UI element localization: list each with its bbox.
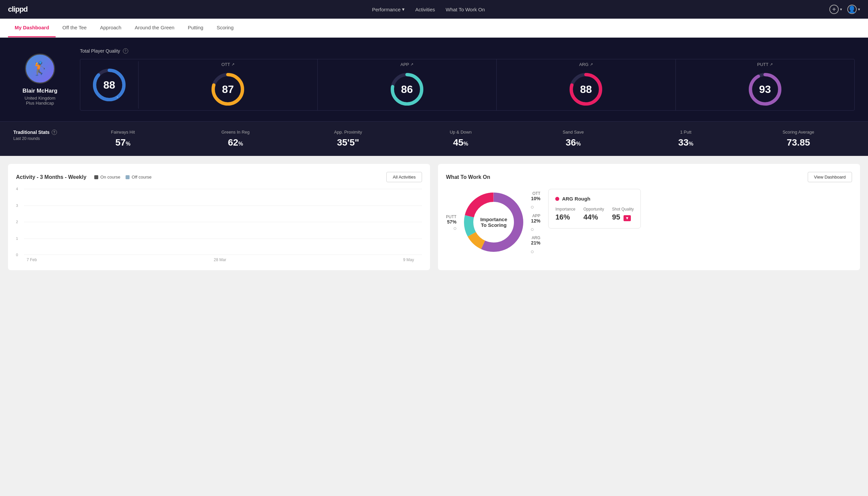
bar-chart: 4 3 2 1 0 <box>16 189 422 262</box>
app-segment-label: APP 12% <box>531 214 540 223</box>
flag-icon: ▼ <box>624 215 631 221</box>
quality-card-ott: OTT ↗ 87 <box>139 59 317 110</box>
tab-approach[interactable]: Approach <box>93 19 128 37</box>
tab-putting[interactable]: Putting <box>181 19 210 37</box>
quality-label: Total Player Quality ? <box>80 48 855 53</box>
user-menu-button[interactable]: 👤 ▾ <box>847 5 860 14</box>
ott-score: 87 <box>222 83 234 96</box>
quality-section: Total Player Quality ? 88 OTT <box>80 48 855 111</box>
activity-card: Activity - 3 Months - Weekly On course O… <box>8 164 430 270</box>
stats-label-col: Traditional Stats ? Last 20 rounds <box>13 129 67 141</box>
main-quality-score: 88 <box>103 79 115 91</box>
activity-card-header: Activity - 3 Months - Weekly On course O… <box>16 172 422 182</box>
bottom-section: Activity - 3 Months - Weekly On course O… <box>0 156 868 278</box>
putt-gauge: 93 <box>747 71 784 108</box>
putt-score: 93 <box>759 83 771 96</box>
top-nav: clippd Performance ▾ Activities What To … <box>0 0 868 19</box>
main-quality-gauge: 88 <box>91 67 128 103</box>
player-name: Blair McHarg <box>23 88 58 94</box>
quality-card-app: APP ↗ 86 <box>318 59 496 110</box>
donut-center-text: Importance To Scoring <box>480 217 507 228</box>
ott-gauge: 87 <box>209 71 246 108</box>
info-metrics: Importance 16% Opportunity 44% Shot Qual… <box>555 207 633 221</box>
chart-legend: On course Off course <box>94 174 152 180</box>
on-course-dot <box>94 175 98 179</box>
traditional-stats-row: Traditional Stats ? Last 20 rounds Fairw… <box>0 121 868 156</box>
logo[interactable]: clippd <box>8 5 28 14</box>
what-to-work-on-card: What To Work On View Dashboard PUTT 57% <box>438 164 860 270</box>
nav-what-to-work-on[interactable]: What To Work On <box>446 7 485 12</box>
arg-segment-label: ARG 21% <box>531 235 540 246</box>
bar-group-3 <box>48 253 56 255</box>
work-card-header: What To Work On View Dashboard <box>446 172 852 182</box>
nav-right: + ▾ 👤 ▾ <box>830 5 860 14</box>
app-trend-icon: ↗ <box>410 62 413 67</box>
ott-segment-label: OTT 10% <box>531 191 540 201</box>
opportunity-metric: Opportunity 44% <box>583 207 604 221</box>
putt-trend-icon: ↗ <box>770 62 773 67</box>
tab-my-dashboard[interactable]: My Dashboard <box>8 19 56 37</box>
stat-greens-in-reg: Greens In Reg 62% <box>179 129 292 148</box>
x-label-mar: 28 Mar <box>214 258 226 262</box>
view-dashboard-button[interactable]: View Dashboard <box>808 172 852 182</box>
arg-score: 88 <box>580 83 592 96</box>
quality-help-icon[interactable]: ? <box>123 48 128 53</box>
shot-quality-metric: Shot Quality 95 ▼ <box>612 207 633 221</box>
arg-rough-info-card: ARG Rough Importance 16% Opportunity 44%… <box>548 189 641 229</box>
tab-off-the-tee[interactable]: Off the Tee <box>56 19 93 37</box>
stat-app-proximity: App. Proximity 35'5" <box>292 129 404 148</box>
stat-scoring-avg: Scoring Average 73.85 <box>742 129 855 148</box>
app-score: 86 <box>401 83 413 96</box>
stat-sand-save: Sand Save 36% <box>517 129 630 148</box>
stat-1-putt: 1 Putt 33% <box>630 129 742 148</box>
add-button[interactable]: + ▾ <box>830 5 842 14</box>
legend-off-course: Off course <box>126 174 152 180</box>
putt-segment-label: PUTT 57% <box>446 215 456 224</box>
quality-card-arg: ARG ↗ 88 <box>496 59 676 110</box>
info-card-title: ARG Rough <box>555 196 633 202</box>
off-course-dot <box>126 175 129 179</box>
arg-dot-icon <box>555 197 559 201</box>
nav-activities[interactable]: Activities <box>415 7 435 12</box>
all-activities-button[interactable]: All Activities <box>386 172 422 182</box>
arg-gauge: 88 <box>568 71 604 108</box>
nav-performance[interactable]: Performance ▾ <box>372 6 405 12</box>
player-country: United Kingdom <box>25 96 56 100</box>
stat-fairways-hit: Fairways Hit 57% <box>67 129 179 148</box>
tab-around-the-green[interactable]: Around the Green <box>128 19 181 37</box>
player-info: 🏌️ Blair McHarg United Kingdom Plus Hand… <box>13 53 67 106</box>
tab-bar: My Dashboard Off the Tee Approach Around… <box>0 19 868 37</box>
activity-chart-title: Activity - 3 Months - Weekly <box>16 174 86 180</box>
x-label-may: 9 May <box>403 258 414 262</box>
avatar: 🏌️ <box>25 53 55 83</box>
stats-help-icon[interactable]: ? <box>52 129 57 135</box>
quality-card-putt: PUTT ↗ 93 <box>676 59 855 110</box>
donut-chart: Importance To Scoring <box>460 189 527 255</box>
x-label-feb: 7 Feb <box>27 258 37 262</box>
work-card-title: What To Work On <box>446 174 490 180</box>
arg-trend-icon: ↗ <box>590 62 593 67</box>
legend-on-course: On course <box>94 174 120 180</box>
dashboard-header: 🏌️ Blair McHarg United Kingdom Plus Hand… <box>0 37 868 121</box>
app-gauge: 86 <box>389 71 425 108</box>
importance-metric: Importance 16% <box>555 207 575 221</box>
nav-links: Performance ▾ Activities What To Work On <box>372 6 485 12</box>
stat-up-down: Up & Down 45% <box>404 129 517 148</box>
bar-group-2 <box>37 253 45 255</box>
tab-scoring[interactable]: Scoring <box>210 19 240 37</box>
chevron-down-icon: ▾ <box>402 6 405 12</box>
ott-trend-icon: ↗ <box>232 62 235 67</box>
player-handicap: Plus Handicap <box>26 100 54 106</box>
